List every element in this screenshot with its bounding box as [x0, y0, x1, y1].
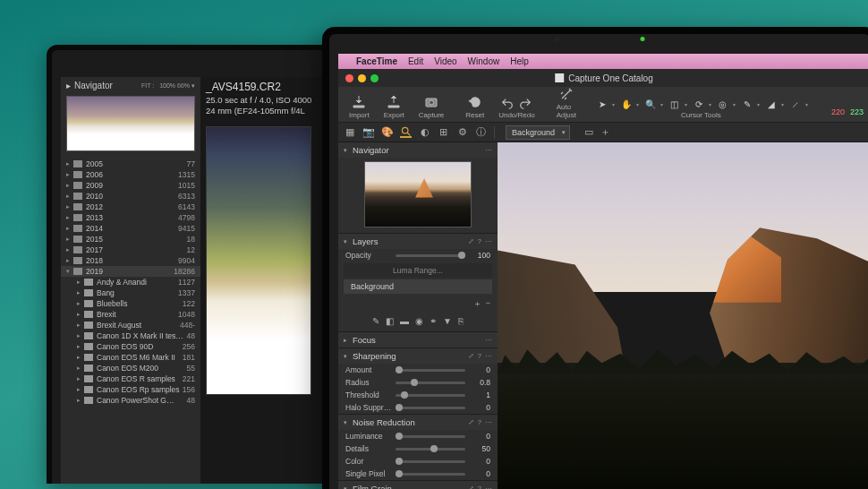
link-icon[interactable]: ⚭	[430, 316, 437, 326]
rotate-tool[interactable]: ⟳	[691, 97, 707, 111]
folder-row[interactable]: ▸201712	[61, 244, 200, 255]
brush-icon[interactable]: ✎	[372, 316, 379, 326]
metadata-tab-icon[interactable]: ⓘ	[475, 126, 487, 138]
auto-adjust-button[interactable]: Auto Adjust	[551, 87, 582, 119]
layer-add-icon[interactable]: ▭	[583, 126, 594, 138]
folder-row[interactable]: ▸20126143	[61, 202, 200, 212]
undo-button[interactable]	[501, 97, 514, 109]
image-viewer[interactable]	[498, 142, 868, 489]
menu-video[interactable]: Video	[434, 56, 456, 66]
folder-row[interactable]: ▸20091015	[61, 180, 200, 191]
navigator-header[interactable]: ▸ Navigator FIT : 100% 66% ▾	[61, 77, 200, 94]
close-window-button[interactable]	[345, 74, 353, 82]
brush-tool[interactable]: ✎	[739, 97, 755, 111]
subfolder-row[interactable]: ▸Brexit1048	[61, 309, 200, 320]
library-tab-icon[interactable]: ▦	[344, 126, 355, 138]
folder-row[interactable]: ▸200577	[61, 159, 200, 169]
expand-icon[interactable]: ⤢	[468, 352, 474, 360]
export-button[interactable]: Export	[379, 95, 410, 119]
subfolder-row[interactable]: ▸Canon EOS M20055	[61, 363, 200, 373]
folder-row[interactable]: ▸20134798	[61, 212, 200, 223]
menu-icon[interactable]: ⋯	[485, 485, 492, 489]
sharpening-slider[interactable]	[396, 394, 465, 397]
noise-section-header[interactable]: ▾Noise Reduction⤢?⋯	[338, 415, 498, 430]
menu-edit[interactable]: Edit	[408, 56, 423, 66]
crop-tool[interactable]: ◫	[667, 97, 683, 111]
navigator-section-header[interactable]: ▾Navigator⋯	[338, 142, 498, 158]
details-tab-icon[interactable]: ⊞	[438, 126, 449, 138]
menu-help[interactable]: Help	[510, 56, 529, 66]
fill-icon[interactable]: ▼	[443, 316, 452, 326]
layer-background[interactable]: Background	[344, 279, 492, 294]
menu-icon[interactable]: ⋯	[485, 237, 492, 245]
redo-button[interactable]	[519, 97, 532, 109]
sharpening-slider[interactable]	[396, 407, 465, 409]
loupe-image[interactable]	[206, 126, 311, 395]
folder-row[interactable]: ▸20106313	[61, 191, 200, 202]
minimize-window-button[interactable]	[358, 74, 366, 82]
reset-button[interactable]: Reset	[460, 95, 489, 119]
exposure-tab-icon[interactable]: ◐	[419, 126, 430, 138]
folder-row[interactable]: ▸201518	[61, 234, 200, 244]
help-icon[interactable]: ?	[478, 237, 481, 245]
layers-section-header[interactable]: ▾Layers⤢?⋯	[338, 234, 498, 249]
import-button[interactable]: Import	[344, 95, 375, 119]
delete-layer-icon[interactable]: −	[486, 298, 490, 310]
menu-facetime[interactable]: FaceTime	[356, 56, 397, 66]
expand-icon[interactable]: ⤢	[468, 485, 474, 489]
adjust-tab-icon[interactable]: ⚙	[456, 126, 468, 138]
filmgrain-section-header[interactable]: ▾Film Grain⤢?⋯	[338, 481, 498, 489]
help-icon[interactable]: ?	[478, 485, 481, 489]
lens-tab-icon[interactable]	[400, 126, 412, 138]
radial-gradient-icon[interactable]: ◉	[415, 316, 423, 326]
help-icon[interactable]: ?	[478, 352, 481, 360]
subfolder-row[interactable]: ▸Bluebells122	[61, 298, 200, 309]
hand-tool[interactable]: ✋	[618, 97, 634, 111]
eraser-icon[interactable]: ◧	[386, 316, 394, 326]
focus-section-header[interactable]: ▸Focus⋯	[338, 332, 498, 347]
sharpening-section-header[interactable]: ▾Sharpening⤢?⋯	[338, 348, 498, 364]
subfolder-row[interactable]: ▸Brexit August448-	[61, 320, 200, 330]
subfolder-row[interactable]: ▸Bang1337	[61, 287, 200, 298]
subfolder-row[interactable]: ▸Canon 1D X Mark II tes…48	[61, 330, 200, 341]
capture-button[interactable]: Capture	[413, 95, 449, 119]
picker-tool[interactable]: ⟋	[787, 97, 804, 111]
spot-tool[interactable]: ◎	[715, 97, 731, 111]
zoom-tool[interactable]: 🔍	[642, 97, 659, 111]
subfolder-row[interactable]: ▸Andy & Anandi1127	[61, 277, 200, 287]
zoom-window-button[interactable]	[370, 74, 379, 82]
noise-slider[interactable]	[396, 460, 465, 463]
navigator-thumbnail[interactable]	[66, 96, 195, 151]
gradient-tool[interactable]: ◢	[763, 97, 779, 111]
color-tab-icon[interactable]: 🎨	[381, 126, 393, 138]
subfolder-row[interactable]: ▸Canon EOS M6 Mark II181	[61, 352, 200, 363]
layer-plus-icon[interactable]: ＋	[600, 126, 611, 138]
subfolder-row[interactable]: ▸Canon EOS 90D256	[61, 341, 200, 352]
subfolder-row[interactable]: ▸Canon EOS Rp samples156	[61, 384, 200, 395]
sharpening-slider[interactable]	[396, 382, 465, 384]
subfolder-row[interactable]: ▸Canon EOS R samples221	[61, 373, 200, 384]
expand-icon[interactable]: ⤢	[468, 237, 474, 245]
folder-row[interactable]: ▾201918286	[61, 266, 200, 277]
copy-icon[interactable]: ⎘	[458, 316, 464, 326]
menu-icon[interactable]: ⋯	[485, 352, 492, 360]
sharpening-slider[interactable]	[396, 369, 465, 372]
expand-icon[interactable]: ⤢	[468, 418, 474, 426]
folder-row[interactable]: ▸20149415	[61, 223, 200, 234]
menu-window[interactable]: Window	[468, 56, 500, 66]
menu-icon[interactable]: ⋯	[485, 336, 492, 344]
pointer-tool[interactable]: ➤	[594, 97, 610, 111]
luma-range-button[interactable]: Luma Range...	[344, 263, 492, 278]
folder-row[interactable]: ▸20061315	[61, 169, 200, 180]
layer-select[interactable]: Background	[506, 125, 570, 140]
add-layer-icon[interactable]: ＋	[473, 298, 481, 310]
help-icon[interactable]: ?	[478, 418, 481, 426]
noise-slider[interactable]	[396, 435, 465, 438]
noise-slider[interactable]	[396, 448, 465, 450]
folder-row[interactable]: ▸20189904	[61, 255, 200, 266]
subfolder-row[interactable]: ▸Canon PowerShot G…48	[61, 395, 200, 406]
opacity-slider[interactable]	[396, 254, 465, 257]
menu-icon[interactable]: ⋯	[485, 146, 492, 154]
menu-icon[interactable]: ⋯	[485, 418, 492, 426]
linear-gradient-icon[interactable]: ▬	[400, 316, 409, 326]
